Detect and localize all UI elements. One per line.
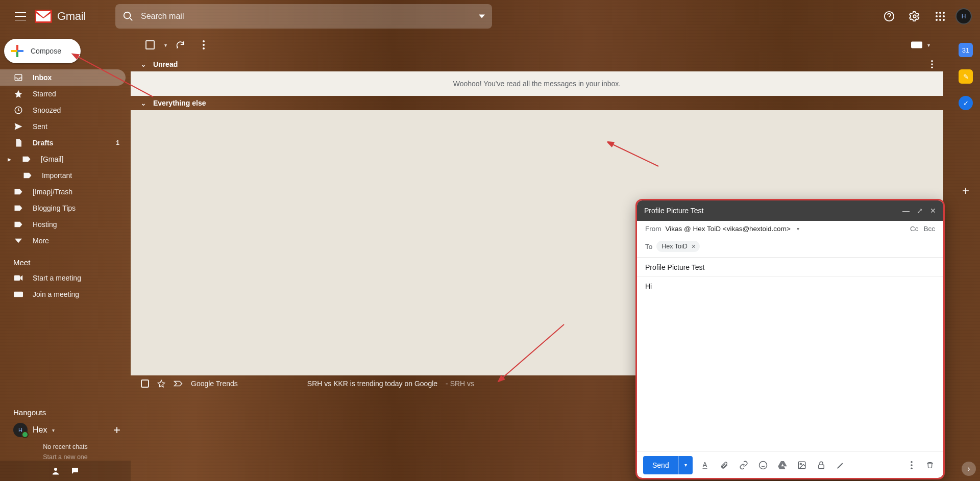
- clock-icon: [13, 106, 23, 115]
- input-tools-dropdown-icon[interactable]: ▾: [927, 42, 930, 48]
- more-button[interactable]: [193, 35, 214, 55]
- attach-button[interactable]: [717, 458, 731, 472]
- compose-titlebar[interactable]: Profile Picture Test — ⤢ ✕: [637, 200, 943, 221]
- support-button[interactable]: [879, 6, 899, 27]
- drafts-count: 1: [116, 139, 119, 146]
- svg-point-9: [936, 19, 938, 21]
- svg-point-10: [939, 19, 941, 21]
- important-icon[interactable]: [174, 381, 183, 387]
- sidebar-item-sent[interactable]: Sent: [0, 118, 126, 135]
- from-value: Vikas @ Hex ToiD <vikas@hextoid.com>: [666, 225, 791, 233]
- addons-get[interactable]: +: [962, 184, 969, 198]
- sidebar-item-label: [Imap]/Trash: [33, 188, 72, 196]
- svg-point-31: [911, 467, 913, 469]
- keep-addon[interactable]: ✎: [959, 69, 973, 84]
- image-button[interactable]: [795, 458, 809, 472]
- search-input[interactable]: [141, 12, 479, 21]
- from-dropdown-icon[interactable]: ▾: [797, 226, 799, 232]
- svg-point-25: [759, 461, 767, 469]
- svg-point-17: [203, 40, 205, 42]
- select-dropdown-icon[interactable]: ▾: [164, 42, 167, 48]
- section-everything-else[interactable]: ⌃ Everything else: [131, 96, 943, 110]
- compose-more-button[interactable]: [904, 458, 919, 472]
- svg-point-16: [54, 468, 57, 471]
- hangouts-heading: Hangouts: [0, 399, 131, 420]
- meet-start[interactable]: Start a meeting: [0, 270, 126, 286]
- svg-point-5: [943, 12, 945, 14]
- to-input[interactable]: [704, 243, 935, 250]
- sidebar-item-imap-trash[interactable]: [Imap]/Trash: [0, 184, 126, 200]
- main-menu-button[interactable]: [8, 4, 33, 29]
- signature-button[interactable]: [834, 458, 848, 472]
- drive-button[interactable]: [775, 458, 790, 472]
- label-icon: [21, 156, 32, 163]
- compose-to-row[interactable]: To Hex ToiD ×: [637, 237, 943, 258]
- account-avatar[interactable]: H: [955, 8, 972, 24]
- svg-point-27: [800, 463, 801, 465]
- subject-input[interactable]: [637, 258, 943, 276]
- input-tools-button[interactable]: [911, 41, 922, 48]
- link-button[interactable]: [737, 458, 751, 472]
- search-options-icon[interactable]: [479, 13, 485, 19]
- send-options-button[interactable]: ▾: [678, 456, 693, 474]
- settings-button[interactable]: [904, 6, 925, 27]
- svg-point-11: [943, 19, 945, 21]
- compose-from-row[interactable]: From Vikas @ Hex ToiD <vikas@hextoid.com…: [637, 221, 943, 237]
- meet-join[interactable]: Join a meeting: [0, 286, 126, 302]
- discard-button[interactable]: [923, 458, 937, 472]
- checkbox-icon[interactable]: [141, 379, 149, 388]
- help-icon: [884, 11, 895, 22]
- sidebar-item-blogging-tips[interactable]: Blogging Tips: [0, 200, 126, 216]
- select-all-checkbox[interactable]: [140, 35, 160, 55]
- mail-subject: SRH vs KKR is trending today on Google: [307, 379, 437, 388]
- apps-button[interactable]: [930, 6, 950, 27]
- hangouts-new-chat[interactable]: +: [113, 423, 120, 437]
- hangouts-user-name: Hex: [33, 425, 47, 435]
- minimize-icon[interactable]: —: [902, 207, 910, 215]
- search-bar[interactable]: [115, 4, 492, 29]
- chat-icon[interactable]: [70, 466, 80, 475]
- bcc-button[interactable]: Bcc: [923, 225, 935, 233]
- sidebar-item-more[interactable]: More: [0, 233, 126, 249]
- svg-rect-15: [14, 292, 23, 297]
- sidebar-item-important[interactable]: Important: [0, 167, 126, 184]
- gmail-logo[interactable]: Gmail: [35, 10, 86, 23]
- close-icon[interactable]: ✕: [930, 207, 936, 215]
- compose-body[interactable]: Hi: [637, 276, 943, 451]
- compose-toolbar: Send ▾: [637, 451, 943, 478]
- sidebar-item-drafts[interactable]: Drafts 1: [0, 135, 126, 151]
- sidebar-item-snoozed[interactable]: Snoozed: [0, 102, 126, 118]
- section-menu[interactable]: [931, 60, 933, 68]
- star-icon[interactable]: [157, 379, 165, 388]
- cc-button[interactable]: Cc: [910, 225, 919, 233]
- emoji-icon: [758, 461, 768, 470]
- search-icon: [122, 11, 134, 22]
- gmail-logo-icon: [35, 10, 52, 23]
- calendar-addon[interactable]: 31: [959, 43, 973, 57]
- section-unread[interactable]: ⌃ Unread: [131, 57, 943, 71]
- send-button[interactable]: Send: [643, 456, 678, 474]
- emoji-button[interactable]: [756, 458, 770, 472]
- sidebar-item-hosting[interactable]: Hosting: [0, 216, 126, 233]
- sidebar-item-gmail-label[interactable]: ▸ [Gmail]: [0, 151, 126, 167]
- svg-rect-20: [911, 42, 922, 48]
- kebab-icon: [911, 461, 913, 469]
- side-panel-toggle[interactable]: ›: [962, 462, 976, 476]
- refresh-button[interactable]: [170, 35, 190, 55]
- keyboard-icon: [13, 291, 23, 297]
- hangouts-user-row[interactable]: H Hex ▾ +: [0, 420, 131, 440]
- expand-icon[interactable]: ⤢: [917, 207, 923, 215]
- person-icon[interactable]: [51, 466, 60, 475]
- remove-chip-icon[interactable]: ×: [692, 242, 696, 250]
- confidential-button[interactable]: [814, 458, 828, 472]
- recipient-chip[interactable]: Hex ToiD ×: [656, 241, 700, 252]
- tasks-addon[interactable]: ✓: [959, 96, 973, 110]
- sidebar-item-starred[interactable]: Starred: [0, 86, 126, 102]
- formatting-button[interactable]: [698, 458, 712, 472]
- compose-button[interactable]: Compose: [4, 39, 81, 63]
- compose-plus-icon: [11, 45, 23, 57]
- lock-clock-icon: [817, 461, 826, 470]
- chevron-down-icon: ▾: [684, 462, 687, 468]
- svg-point-7: [939, 15, 941, 17]
- sidebar-item-inbox[interactable]: Inbox: [0, 69, 126, 86]
